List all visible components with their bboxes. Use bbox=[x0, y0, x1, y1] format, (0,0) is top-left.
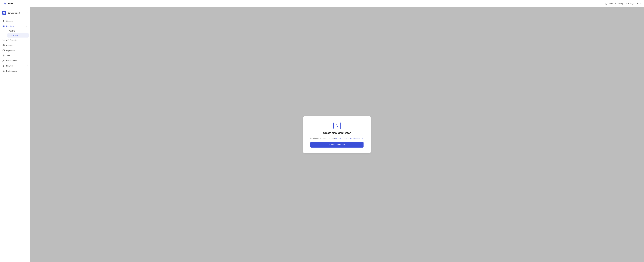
sidebar-item-pipelines-label: Pipelines bbox=[6, 25, 25, 27]
svg-point-9 bbox=[4, 22, 4, 22]
sidebar-item-migrations-label: Migrations bbox=[6, 49, 28, 52]
connector-desc-link[interactable]: What you can do with connectors? bbox=[335, 137, 364, 139]
sidebar-item-backups[interactable]: Backups bbox=[0, 43, 30, 48]
org-selector[interactable]: zilliz01 ▾ bbox=[606, 3, 616, 5]
create-connector-card: Create New Connector Read our introducti… bbox=[303, 116, 371, 153]
sidebar: Default Project ▾ Clusters bbox=[0, 8, 30, 262]
project-icon bbox=[2, 11, 6, 15]
pipelines-submenu: Pipeline Connectors bbox=[0, 29, 30, 38]
sidebar-item-api-console-label: API Console bbox=[6, 39, 28, 41]
logo-text: zilliz bbox=[8, 2, 13, 5]
sidebar-item-collaborators-label: Collaborators bbox=[6, 60, 28, 62]
sidebar-item-pipelines[interactable]: Pipelines ∧ bbox=[0, 24, 30, 29]
svg-rect-2 bbox=[606, 4, 606, 4]
project-alerts-icon bbox=[2, 70, 5, 72]
pipelines-icon bbox=[2, 25, 5, 27]
pipelines-chevron-icon: ∧ bbox=[26, 25, 28, 27]
sidebar-item-clusters[interactable]: Clusters bbox=[0, 18, 30, 24]
svg-point-18 bbox=[4, 60, 4, 61]
sidebar-item-migrations[interactable]: Migrations bbox=[0, 48, 30, 53]
pipeline-label: Pipeline bbox=[8, 30, 15, 32]
sidebar-item-backups-label: Backups bbox=[6, 44, 28, 46]
header: zilliz zilliz01 ▾ Billing API Keys ▾ bbox=[0, 0, 644, 8]
main-layout: Default Project ▾ Clusters bbox=[0, 8, 644, 262]
svg-rect-14 bbox=[3, 45, 4, 46]
sidebar-divider bbox=[0, 17, 30, 17]
svg-point-10 bbox=[3, 21, 3, 21]
sidebar-subitem-connectors[interactable]: Connectors bbox=[8, 33, 29, 38]
svg-rect-3 bbox=[606, 4, 607, 4]
sidebar-item-jobs-label: Jobs bbox=[6, 55, 28, 57]
svg-point-7 bbox=[3, 21, 4, 21]
billing-button[interactable]: Billing bbox=[618, 3, 624, 5]
backups-icon bbox=[2, 44, 5, 47]
connector-card-description: Read our introduction to learn What you … bbox=[310, 137, 364, 140]
svg-point-11 bbox=[4, 21, 4, 21]
building-icon bbox=[606, 3, 608, 5]
sidebar-item-clusters-label: Clusters bbox=[6, 20, 28, 22]
main-content: Create New Connector Read our introducti… bbox=[30, 8, 644, 262]
project-selector[interactable]: Default Project ▾ bbox=[0, 10, 30, 16]
user-icon bbox=[637, 3, 639, 5]
logo-icon bbox=[4, 2, 6, 6]
sidebar-item-collaborators[interactable]: Collaborators bbox=[0, 58, 30, 63]
svg-point-17 bbox=[3, 60, 4, 61]
org-name: zilliz01 bbox=[608, 3, 614, 5]
connector-card-icon bbox=[333, 122, 341, 129]
jobs-icon bbox=[2, 54, 5, 57]
network-icon bbox=[2, 65, 5, 67]
api-keys-button[interactable]: API Keys bbox=[626, 3, 634, 5]
sidebar-item-network-label: Network bbox=[6, 65, 25, 67]
org-chevron-icon: ▾ bbox=[615, 3, 616, 5]
connectors-label: Connectors bbox=[8, 34, 18, 36]
sidebar-item-api-console[interactable]: API Console bbox=[0, 38, 30, 43]
svg-point-13 bbox=[3, 26, 4, 27]
project-chevron-icon: ▾ bbox=[27, 12, 28, 14]
svg-rect-6 bbox=[4, 12, 4, 13]
sidebar-subitem-pipeline[interactable]: Pipeline bbox=[6, 29, 30, 33]
svg-point-4 bbox=[638, 3, 638, 4]
connector-card-title: Create New Connector bbox=[323, 132, 351, 135]
sidebar-item-network[interactable]: Network ▾ bbox=[0, 63, 30, 68]
connector-desc-prefix: Read our introduction to learn bbox=[310, 137, 335, 139]
migrations-icon bbox=[2, 49, 5, 52]
header-right: zilliz01 ▾ Billing API Keys ▾ bbox=[606, 3, 640, 5]
clusters-icon bbox=[2, 20, 5, 22]
svg-point-12 bbox=[3, 26, 4, 26]
sidebar-item-project-alerts[interactable]: Project Alerts bbox=[0, 68, 30, 73]
collaborators-icon bbox=[2, 59, 5, 62]
user-menu[interactable]: ▾ bbox=[637, 3, 640, 5]
user-chevron-icon: ▾ bbox=[640, 3, 640, 5]
network-chevron-icon: ▾ bbox=[27, 65, 28, 67]
svg-rect-15 bbox=[3, 50, 4, 51]
sidebar-item-project-alerts-label: Project Alerts bbox=[6, 70, 28, 72]
svg-point-8 bbox=[4, 20, 4, 21]
project-name: Default Project bbox=[8, 12, 25, 14]
create-connector-button[interactable]: Create Connector bbox=[310, 142, 364, 148]
svg-point-0 bbox=[5, 3, 5, 4]
sidebar-item-jobs[interactable]: Jobs bbox=[0, 53, 30, 58]
api-console-icon bbox=[2, 39, 5, 41]
logo: zilliz bbox=[4, 2, 13, 6]
